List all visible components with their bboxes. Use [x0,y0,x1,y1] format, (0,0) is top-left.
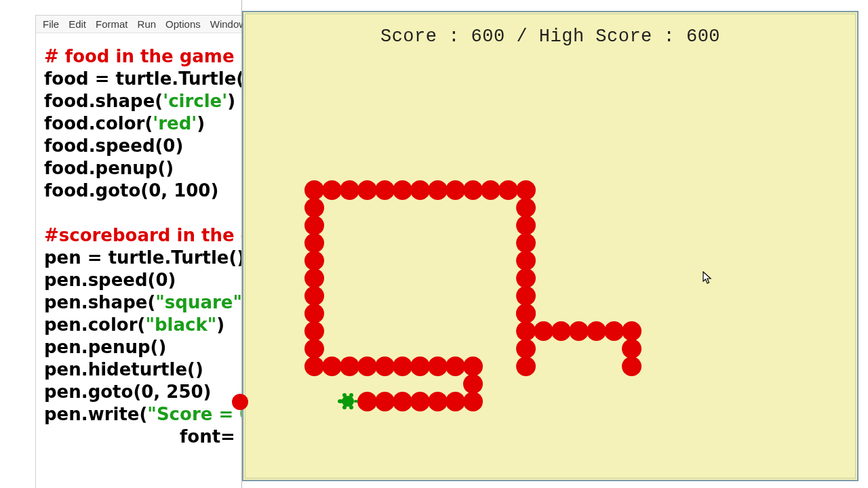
snake-segment [463,392,483,411]
snake-segment [604,321,624,341]
code-line: font= [44,426,233,448]
svg-point-6 [354,400,358,403]
snake-segment [357,392,377,411]
snake-segment [375,392,395,411]
snake-segment [446,180,465,200]
code-line: food.shape('circle') [44,90,233,113]
snake-segment [375,357,395,376]
score-text: Score : 600 / High Score : 600 [245,26,855,47]
editor-frame: File Edit Format Run Options Window # fo… [35,15,241,488]
svg-point-4 [342,405,347,409]
snake-segment [587,321,606,341]
menu-run[interactable]: Run [138,18,157,30]
snake-segment [463,180,483,200]
snake-segment [516,286,536,306]
snake-segment [622,357,642,376]
snake-segment [304,251,324,270]
snake-segment [393,357,412,376]
food-dot [232,394,248,410]
snake-segment [304,304,324,323]
snake-segment [304,180,324,200]
menu-options[interactable]: Options [165,18,201,30]
snake-segment [622,321,642,341]
code-line: pen.goto(0, 250) [44,381,233,403]
svg-point-3 [349,393,353,397]
snake-segment [304,357,324,376]
snake-segment [516,251,536,270]
snake-segment [410,180,430,200]
snake-segment [446,392,465,411]
snake-segment [516,198,536,218]
snake-segment [304,321,324,341]
mouse-cursor-icon [703,271,712,285]
snake-segment [622,339,642,359]
menu-file[interactable]: File [43,18,59,30]
snake-segment [304,339,324,359]
snake-segment [322,180,342,200]
snake-segment [463,374,483,394]
snake-segment [304,268,324,288]
code-line: food.goto(0, 100) [44,180,233,202]
snake-segment [304,198,324,218]
snake-segment [516,339,536,359]
snake-segment [534,321,553,341]
code-line: pen.shape("square") [44,291,233,314]
editor-window: File Edit Format Run Options Window # fo… [0,0,242,488]
menu-edit[interactable]: Edit [68,18,86,30]
snake-segment [516,216,536,235]
snake-segment [393,180,412,200]
snake-segment [410,392,430,411]
code-line: #scoreboard in the gar [44,224,233,247]
snake-head-icon [338,392,358,410]
snake-segment [498,180,518,200]
snake-segment [357,180,377,200]
turtle-window[interactable]: Score : 600 / High Score : 600 [242,11,859,481]
code-line: pen.penup() [44,336,233,359]
code-line: pen.speed(0) [44,269,233,291]
snake-segment [516,233,536,253]
snake-segment [410,357,430,376]
menu-window[interactable]: Window [210,18,246,30]
code-line: pen = turtle.Turtle() [44,247,233,269]
game-pane: Score : 600 / High Score : 600 [242,0,868,488]
snake-segment [340,357,359,376]
snake-segment [428,392,448,411]
editor-menubar: File Edit Format Run Options Window [36,16,241,33]
snake-segment [516,180,536,200]
svg-point-0 [342,396,354,407]
snake-segment [569,321,589,341]
code-line: food.penup() [44,157,233,180]
snake-segment [304,286,324,306]
snake-segment [516,321,536,341]
code-line: pen.write("Score = 0 / I [44,403,233,426]
snake-segment [322,357,342,376]
snake-segment [357,357,377,376]
snake-segment [340,180,359,200]
code-line: # food in the game [44,45,233,68]
snake-segment [516,304,536,323]
code-line: food = turtle.Turtle() [44,68,233,90]
snake-segment [463,357,483,376]
code-line: food.speed(0) [44,135,233,157]
snake-segment [516,268,536,288]
svg-point-2 [342,393,347,397]
code-line [44,202,233,224]
svg-point-5 [349,405,353,409]
turtle-canvas: Score : 600 / High Score : 600 [245,14,856,479]
code-line: food.color('red') [44,113,233,135]
svg-point-1 [338,399,343,403]
snake-segment [446,357,465,376]
snake-segment [375,180,395,200]
snake-segment [304,216,324,235]
menu-format[interactable]: Format [96,18,128,30]
code-line: pen.hideturtle() [44,359,233,381]
snake-segment [481,180,500,200]
snake-segment [551,321,571,341]
snake-segment [428,180,448,200]
code-editor[interactable]: # food in the gamefood = turtle.Turtle()… [36,33,241,448]
code-line: pen.color("black") [44,314,233,336]
snake-segment [304,233,324,253]
snake-segment [393,392,412,411]
app-root: File Edit Format Run Options Window # fo… [0,0,868,488]
snake-segment [428,357,448,376]
